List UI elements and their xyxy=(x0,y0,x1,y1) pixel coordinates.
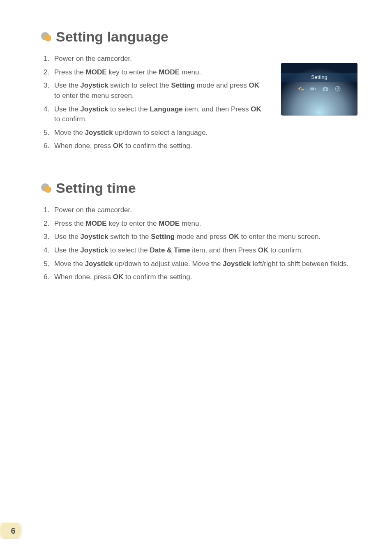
section-heading: Setting time xyxy=(41,180,359,196)
step-item: Use the Joystick switch to the Setting m… xyxy=(44,232,359,242)
section-title: Setting time xyxy=(56,180,136,196)
step-item: Move the Joystick up/down to select a la… xyxy=(44,128,359,138)
video-icon xyxy=(309,85,317,93)
manual-page: Setting language Power on the camcorder.… xyxy=(0,0,392,282)
step-item: Power on the camcorder. xyxy=(44,205,359,215)
step-text: Use the Joystick switch to the Setting m… xyxy=(54,232,359,242)
bullet-icon xyxy=(41,183,51,193)
photo-icon xyxy=(322,85,329,93)
step-item: Press the MODE key to enter the MODE men… xyxy=(44,219,359,229)
step-text: Power on the camcorder. xyxy=(54,205,359,215)
step-text: Power on the camcorder. xyxy=(54,54,267,64)
section-setting-time: Setting time Power on the camcorder.Pres… xyxy=(41,180,359,282)
globe-icon xyxy=(334,85,341,93)
steps-list: Power on the camcorder.Press the MODE ke… xyxy=(44,205,359,282)
step-text: Move the Joystick up/down to adjust valu… xyxy=(54,259,359,269)
device-screenshot-title: Setting xyxy=(281,73,357,82)
section-title: Setting language xyxy=(56,29,168,45)
step-item: When done, press OK to confirm the setti… xyxy=(44,272,359,282)
step-item: Power on the camcorder. xyxy=(44,54,359,64)
page-number: 6 xyxy=(0,523,26,539)
device-screenshot-icons xyxy=(281,83,357,93)
gear-icon xyxy=(297,85,304,93)
step-item: Use the Joystick to select the Date & Ti… xyxy=(44,245,359,256)
step-item: When done, press OK to confirm the setti… xyxy=(44,141,359,151)
step-item: Move the Joystick up/down to adjust valu… xyxy=(44,259,359,269)
step-text: Move the Joystick up/down to select a la… xyxy=(54,128,267,138)
step-text: When done, press OK to confirm the setti… xyxy=(54,272,359,282)
bullet-icon xyxy=(41,32,51,42)
section-heading: Setting language xyxy=(41,29,359,45)
step-text: Press the MODE key to enter the MODE men… xyxy=(54,67,267,78)
device-screenshot: Setting xyxy=(281,63,357,116)
step-text: Press the MODE key to enter the MODE men… xyxy=(54,219,359,229)
step-text: Use the Joystick to select the Date & Ti… xyxy=(54,245,359,256)
step-text: Use the Joystick to select the Language … xyxy=(54,104,267,125)
step-text: When done, press OK to confirm the setti… xyxy=(54,141,267,151)
step-text: Use the Joystick switch to select the Se… xyxy=(54,81,267,101)
